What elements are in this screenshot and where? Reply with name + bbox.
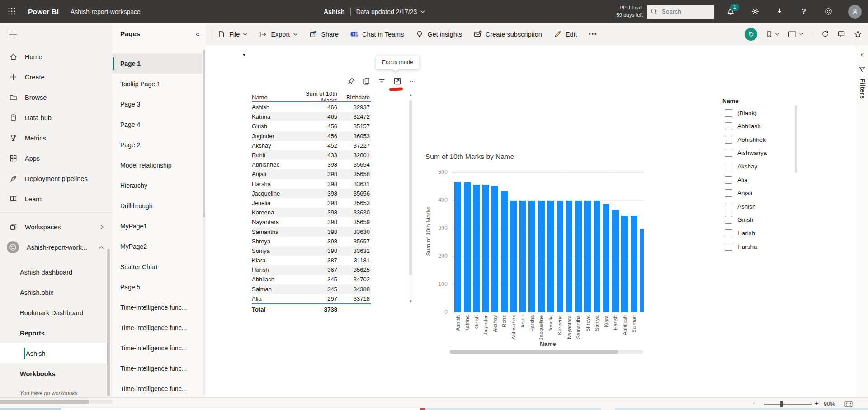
slicer-item-harish[interactable]: Harish <box>725 227 755 239</box>
sidebar-item-workspaces[interactable]: Workspaces <box>0 217 113 237</box>
slicer-item-girish[interactable]: Girish <box>725 214 753 226</box>
table-row[interactable]: Abhishhek39835654 <box>252 160 371 169</box>
settings-gear-icon[interactable] <box>750 6 760 17</box>
checkbox-icon[interactable] <box>725 176 732 184</box>
table-row[interactable]: Katrina46532472 <box>252 112 371 121</box>
slicer-scrollbar[interactable] <box>795 105 797 173</box>
table-row[interactable]: Kareena39833630 <box>252 208 371 217</box>
page-item-drillthrough-7[interactable]: Drillthrough <box>113 196 202 216</box>
page-item-scatter-chart-10[interactable]: Scatter Chart <box>113 256 202 277</box>
account-avatar[interactable] <box>848 5 862 19</box>
sidebar-item-ashish-dashboard[interactable]: Ashish dashboard <box>0 262 113 282</box>
slicer-item-harsha[interactable]: Harsha <box>725 240 757 253</box>
expand-filters-icon[interactable]: « <box>856 51 868 58</box>
bar[interactable] <box>557 201 563 312</box>
brand-logo[interactable]: Power BI <box>28 8 59 16</box>
table-row[interactable]: Salman34534388 <box>252 284 371 294</box>
table-row[interactable]: Jenelia39835653 <box>252 198 371 208</box>
sidebar-item-deployment-pipelines[interactable]: Deployment pipelines <box>0 168 113 189</box>
bar[interactable] <box>547 201 554 312</box>
table-row[interactable]: Soniya39833631 <box>252 246 371 256</box>
help-icon[interactable]: ? <box>798 6 809 17</box>
sidebar-item-browse[interactable]: Browse <box>0 87 113 107</box>
slicer-item-akshay[interactable]: Akshay <box>725 160 757 172</box>
slicer-item-aishwariya[interactable]: Aishwariya <box>725 147 767 159</box>
page-item-tooltip-page-1-1[interactable]: Tooltip Page 1 <box>113 74 202 94</box>
filters-label[interactable]: Filters <box>859 79 866 99</box>
table-row[interactable]: Nayantara39835659 <box>252 217 371 227</box>
scroll-up-icon[interactable]: ▲ <box>408 93 413 97</box>
sidebar-hscrollbar[interactable] <box>0 400 89 404</box>
bar[interactable] <box>584 201 591 312</box>
bar[interactable] <box>612 210 619 312</box>
waffle-menu-icon[interactable] <box>6 6 18 18</box>
table-row[interactable]: Shreya39835657 <box>252 237 371 246</box>
filter-icon[interactable] <box>377 77 386 85</box>
checkbox-icon[interactable] <box>725 122 732 130</box>
bar[interactable] <box>501 191 508 312</box>
search-box[interactable] <box>647 5 714 19</box>
export-button[interactable]: Export <box>259 30 297 38</box>
create-subscription-button[interactable]: Create subscription <box>474 30 542 38</box>
page-item-hierarchy-6[interactable]: Hierarchy <box>113 175 202 196</box>
zoom-level[interactable]: 90% <box>824 401 835 407</box>
page-item-time-intelligence-func-15[interactable]: Time-intelligence func... <box>113 358 202 378</box>
checkbox-icon[interactable] <box>725 109 732 117</box>
table-row[interactable]: Jacqueline39835656 <box>252 189 371 198</box>
slicer-item-abhilash[interactable]: Abhilash <box>725 120 761 133</box>
table-row[interactable]: Girish45635157 <box>252 121 371 131</box>
checkbox-icon[interactable] <box>725 243 732 251</box>
pages-scrollbar[interactable] <box>203 50 205 217</box>
page-item-time-intelligence-func-16[interactable]: Time-intelligence func... <box>113 378 202 399</box>
bar[interactable] <box>510 201 517 312</box>
fit-to-page-icon[interactable] <box>844 401 853 408</box>
sidebar-scrollbar[interactable] <box>107 249 110 396</box>
notifications-bell-icon[interactable]: 1 <box>725 6 736 17</box>
sidebar-item-apps[interactable]: Apps <box>0 148 113 168</box>
sidebar-item-current-workspace[interactable]: Ashish-report-work... <box>0 237 113 257</box>
page-item-model-relationship-5[interactable]: Model relationship <box>113 155 202 175</box>
report-name[interactable]: Ashish <box>324 8 345 15</box>
focus-mode-icon[interactable] <box>393 77 401 85</box>
reset-view-icon[interactable] <box>745 28 757 41</box>
checkbox-icon[interactable] <box>725 189 732 197</box>
table-row[interactable]: Akshay45237227 <box>252 141 371 150</box>
bar[interactable] <box>631 216 637 312</box>
bar[interactable] <box>621 216 628 312</box>
bar[interactable] <box>519 201 526 312</box>
table-row[interactable]: Rohit43332001 <box>252 150 371 160</box>
bar[interactable] <box>491 186 498 312</box>
copy-icon[interactable] <box>362 77 371 85</box>
table-row[interactable]: Harish36735625 <box>252 265 371 275</box>
checkbox-icon[interactable] <box>725 163 732 170</box>
slicer-item-blank[interactable]: (Blank) <box>725 107 757 119</box>
favorite-star-icon[interactable] <box>854 30 862 38</box>
table-row[interactable]: Anjali39835658 <box>252 169 371 179</box>
page-item-page-5-11[interactable]: Page 5 <box>113 277 202 297</box>
bar[interactable] <box>640 229 644 312</box>
table-row[interactable]: Samantha39833630 <box>252 227 371 236</box>
zoom-slider-thumb[interactable] <box>780 401 783 407</box>
chart-scrollbar-thumb[interactable] <box>450 350 618 354</box>
bookmark-button[interactable] <box>766 30 779 38</box>
pin-icon[interactable] <box>347 77 355 85</box>
table-scrollbar[interactable]: ▲ ▼ <box>408 92 413 304</box>
zoom-slider-track[interactable] <box>764 404 812 405</box>
sidebar-item-create[interactable]: Create <box>0 67 113 87</box>
zoom-in-button[interactable]: + <box>815 400 818 407</box>
hamburger-menu-icon[interactable] <box>9 31 17 37</box>
get-insights-button[interactable]: Get insights <box>415 30 462 38</box>
checkbox-icon[interactable] <box>725 229 732 237</box>
comment-icon[interactable] <box>837 30 845 38</box>
collapse-pages-icon[interactable]: « <box>196 30 199 37</box>
bar[interactable] <box>473 185 480 312</box>
page-item-page-3-2[interactable]: Page 3 <box>113 94 202 114</box>
edit-button[interactable]: Edit <box>554 30 577 38</box>
scroll-down-icon[interactable]: ▼ <box>408 299 413 303</box>
bar[interactable] <box>454 182 461 312</box>
feedback-smiley-icon[interactable] <box>823 6 834 17</box>
search-input[interactable] <box>661 8 703 15</box>
slicer-item-alia[interactable]: Alia <box>725 173 748 186</box>
table-row[interactable]: Abhilash34534702 <box>252 275 371 284</box>
page-item-page-1-0[interactable]: Page 1 <box>113 53 202 74</box>
